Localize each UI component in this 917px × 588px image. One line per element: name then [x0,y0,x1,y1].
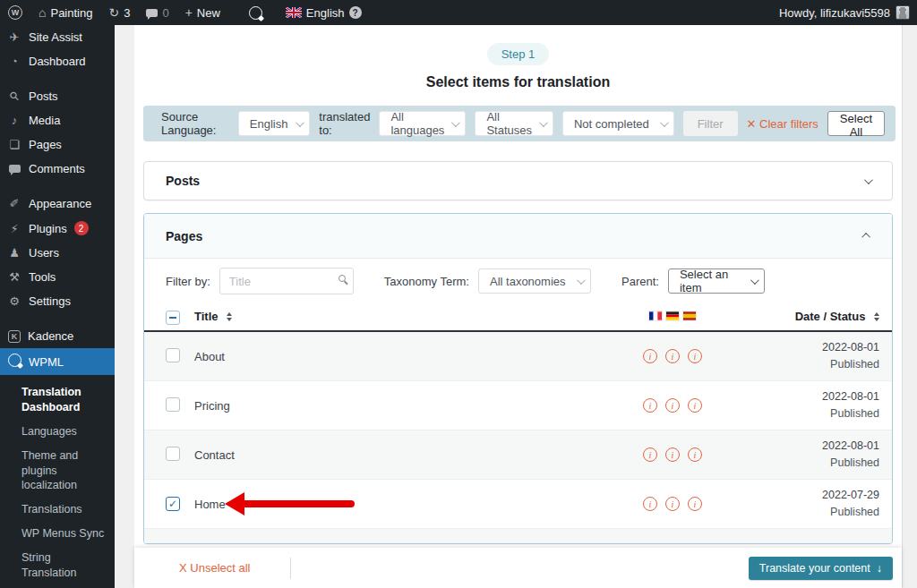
updates-link[interactable]: ↻ 3 [100,0,138,25]
new-content-menu[interactable]: + New [177,0,228,25]
info-icon[interactable]: i [643,497,657,511]
help-icon[interactable]: ? [349,6,362,19]
completion-select[interactable]: Not completed [562,111,674,136]
posts-accordion[interactable]: Posts [143,161,893,200]
language-label: English [306,6,345,20]
chevron-down-icon [864,175,873,184]
info-icon[interactable]: i [688,497,702,511]
german-flag-icon [666,311,679,320]
french-flag-icon [649,311,662,320]
title-search-input[interactable] [219,268,354,294]
sidebar-item-dashboard[interactable]: ◔ Dashboard [0,49,115,73]
row-checkbox[interactable] [166,447,180,461]
sidebar-item-site-assist[interactable]: ✈ Site Assist [0,25,115,49]
wpml-logo-icon [249,6,262,20]
language-switcher[interactable]: English ? [278,0,370,25]
select-all-checkbox[interactable] [166,311,180,325]
site-name-link[interactable]: ⌂ Painting [30,0,100,25]
unselect-x-icon: X [179,561,187,575]
wpml-submenu-wp-menus-sync[interactable]: WP Menus Sync [0,522,115,546]
taxonomy-select[interactable]: All taxonomies [478,268,591,294]
info-icon[interactable]: i [643,398,657,413]
select-all-button[interactable]: Select All [827,111,885,136]
info-icon[interactable]: i [688,398,702,413]
search-icon [339,275,346,282]
row-date: 2022-08-01 [740,339,879,356]
sidebar-item-kadence[interactable]: K Kadence [0,324,115,348]
sidebar-item-users[interactable]: ♟ Users [0,241,115,265]
admin-bar: W ⌂ Painting ↻ 3 0 + New English ? Howdy… [0,0,917,25]
appearance-icon: ✐ [7,197,21,210]
status-select[interactable]: All Statuses [475,111,553,136]
translation-filter-bar: Source Language: English translated to: … [143,106,896,141]
info-icon[interactable]: i [665,497,680,511]
wpml-submenu-translation-dashboard[interactable]: Translation Dashboard [0,380,115,420]
chevron-down-icon [660,118,669,127]
sidebar-item-plugins[interactable]: ⚡ Plugins 2 [0,216,115,241]
info-icon[interactable]: i [643,349,657,363]
info-icon[interactable]: i [688,349,702,363]
sidebar-item-label: Plugins [29,222,67,235]
parent-select[interactable]: Select an item [668,268,765,294]
comments-link[interactable]: 0 [138,0,176,25]
wpml-dashboard-panel: Step 1 Select items for translation Sour… [134,25,902,588]
info-icon[interactable]: i [665,398,680,413]
scrollbar[interactable] [902,25,917,588]
clear-filters-link[interactable]: ✕ Clear filters [747,117,818,131]
pages-icon: ❏ [7,138,21,151]
tools-icon: ⚒ [7,270,21,284]
table-row: About i i i 2022-08-01 Published [144,332,892,381]
plug-icon: ⚡ [7,222,21,235]
red-arrow-annotation [225,492,356,516]
sidebar-item-label: WPML [29,355,64,369]
info-icon[interactable]: i [688,447,702,462]
pages-accordion-header[interactable]: Pages [144,214,892,259]
row-checkbox[interactable] [166,348,180,362]
target-language-value: All languages [390,110,444,137]
sidebar-item-wpml[interactable]: WPML [0,348,115,375]
wpml-submenu-languages[interactable]: Languages [0,420,115,444]
title-header-label: Title [194,310,219,323]
row-checkbox[interactable]: ✓ [166,497,180,511]
info-icon[interactable]: i [665,447,680,462]
source-language-label: Source Language: [161,110,229,137]
wordpress-menu[interactable]: W [0,0,30,25]
info-icon[interactable]: i [665,349,680,363]
sort-icon [874,312,879,321]
updates-count: 3 [124,6,130,20]
status-value: All Statuses [486,110,532,137]
unselect-all-link[interactable]: X Unselect all [179,561,251,575]
page-title: Select items for translation [134,74,902,90]
sidebar-item-label: Users [29,246,59,260]
date-status-column-header[interactable]: Date / Status [740,310,892,323]
row-checkbox[interactable] [166,397,180,412]
table-row: ✓ Home i i i 2022-07-29 Published [144,480,892,529]
row-title: About [194,350,605,363]
wpml-submenu-translations[interactable]: Translations [0,498,115,522]
source-language-select[interactable]: English [238,111,310,136]
sidebar-item-media[interactable]: ♪ Media [0,108,115,132]
filter-button[interactable]: Filter [683,111,738,136]
wpml-submenu-string-translation[interactable]: String Translation [0,546,115,585]
sidebar-item-appearance[interactable]: ✐ Appearance [0,192,115,216]
row-status: Published [740,455,879,472]
pin-icon: ⚲ [4,87,24,107]
avatar[interactable] [896,5,910,20]
table-row: Contact i i i 2022-08-01 Published [144,430,892,480]
sidebar-item-comments[interactable]: Comments [0,157,115,181]
howdy-text[interactable]: Howdy, lifizukavi5598 [779,6,890,20]
info-icon[interactable]: i [643,447,657,462]
translate-content-button[interactable]: Translate your content ↓ [749,557,893,580]
title-column-header[interactable]: Title [194,310,605,323]
wpml-topbar-menu[interactable] [241,0,270,25]
target-language-select[interactable]: All languages [379,111,466,136]
sidebar-item-settings[interactable]: ⚙ Settings [0,289,115,313]
sidebar-item-pages[interactable]: ❏ Pages [0,132,115,157]
sidebar-item-label: Posts [29,89,58,103]
clear-filters-label: Clear filters [759,117,818,131]
wpml-submenu-theme-and-plugins-localization[interactable]: Theme and plugins localization [0,444,115,499]
uk-flag-icon [286,7,302,18]
sidebar-item-posts[interactable]: ⚲ Posts [0,84,115,108]
sidebar-item-label: Pages [29,138,62,151]
sidebar-item-tools[interactable]: ⚒ Tools [0,265,115,289]
